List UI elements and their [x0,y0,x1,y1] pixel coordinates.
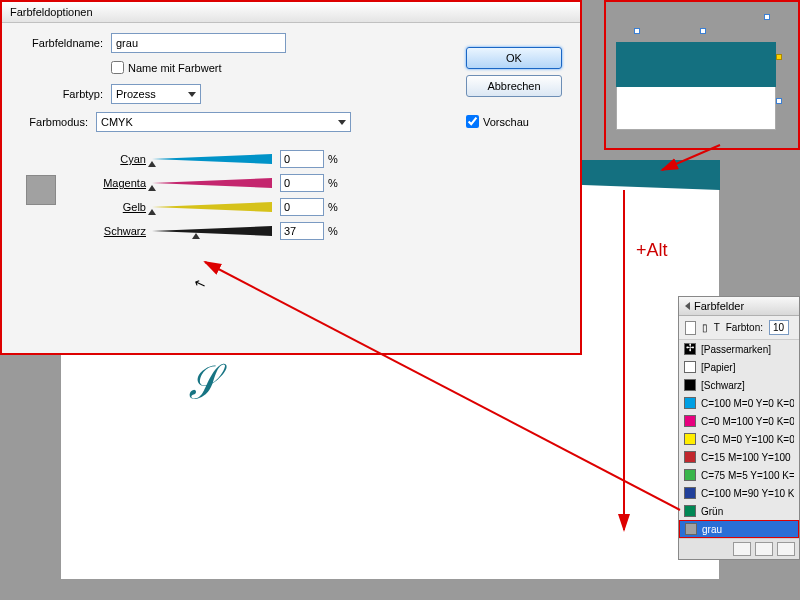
swatches-panel-title: Farbfelder [679,297,799,316]
swatch-row[interactable]: C=0 M=0 Y=100 K=0 [679,430,799,448]
swatch-name-input[interactable] [111,33,286,53]
magenta-label: Magenta [94,177,152,189]
schwarz-slider[interactable] [152,226,272,236]
cancel-button[interactable]: Abbrechen [466,75,562,97]
swatch-row[interactable]: C=75 M=5 Y=100 K=0 [679,466,799,484]
swatch-row[interactable]: C=100 M=90 Y=10 K=0 [679,484,799,502]
cyan-value-input[interactable] [280,150,324,168]
schwarz-slider-row: Schwarz% [94,222,566,240]
magenta-slider-row: Magenta% [94,174,566,192]
dialog-title: Farbfeldoptionen [2,2,580,23]
alt-hint-annotation: +Alt [636,240,668,261]
swatches-panel: Farbfelder ▯ T Farbton: [Passermarken][P… [678,296,800,560]
gelb-label: Gelb [94,201,152,213]
tint-input[interactable] [769,320,789,335]
delete-swatch-icon[interactable] [777,542,795,556]
cyan-slider[interactable] [152,154,272,164]
new-swatch-icon[interactable] [733,542,751,556]
swatch-row[interactable]: [Passermarken] [679,340,799,358]
gelb-value-input[interactable] [280,198,324,216]
colortype-label: Farbtyp: [16,88,111,100]
fill-swatch-icon[interactable] [685,321,696,335]
name-label: Farbfeldname: [16,37,111,49]
gelb-slider[interactable] [152,202,272,212]
zoom-thumbnail [604,0,800,150]
swatch-row[interactable]: C=100 M=0 Y=0 K=0 [679,394,799,412]
swatch-row[interactable]: [Schwarz] [679,376,799,394]
cyan-slider-row: Cyan% [94,150,566,168]
swatch-row[interactable]: C=0 M=100 Y=0 K=0 [679,412,799,430]
colormode-label: Farbmodus: [16,116,96,128]
swatch-row[interactable]: grau [679,520,799,538]
swatch-options-dialog: Farbfeldoptionen Farbfeldname: Name mit … [0,0,582,355]
ok-button[interactable]: OK [466,47,562,69]
swatch-row[interactable]: Grün [679,502,799,520]
colormode-select[interactable]: CMYK [96,112,351,132]
magenta-slider[interactable] [152,178,272,188]
cyan-label: Cyan [94,153,152,165]
schwarz-value-input[interactable] [280,222,324,240]
swatch-color-preview [26,175,56,205]
swatch-row[interactable]: C=15 M=100 Y=100 K= [679,448,799,466]
gelb-slider-row: Gelb% [94,198,566,216]
colortype-select[interactable]: Prozess [111,84,201,104]
schwarz-label: Schwarz [94,225,152,237]
name-with-value-checkbox[interactable]: Name mit Farbwert [111,61,222,74]
tint-label: Farbton: [726,322,763,333]
swatch-row[interactable]: [Papier] [679,358,799,376]
new-swatch-button[interactable] [755,542,773,556]
magenta-value-input[interactable] [280,174,324,192]
preview-checkbox[interactable]: Vorschau [466,115,529,128]
cursor-icon: ↖ [192,273,209,292]
